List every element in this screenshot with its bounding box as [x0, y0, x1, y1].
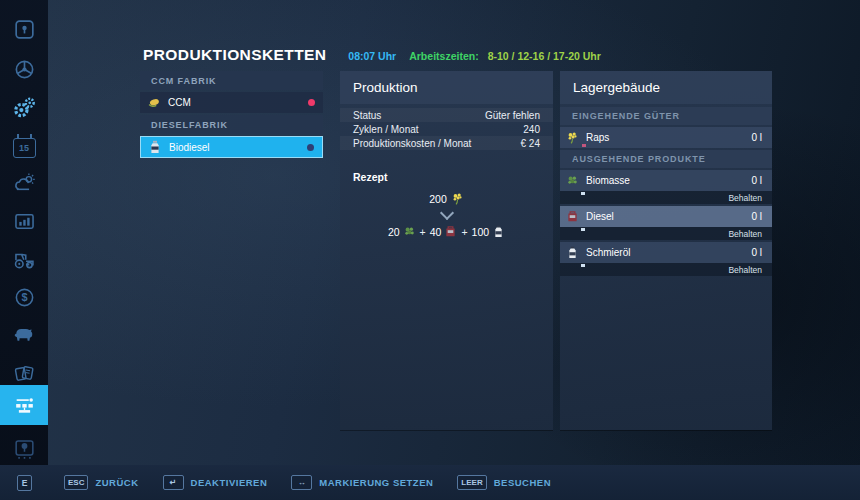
sidebar-item-forestry[interactable]: [0, 430, 48, 468]
recipe-input-amount: 200: [429, 193, 447, 205]
incoming-goods-header: EINGEHENDE GÜTER: [560, 107, 772, 125]
production-row-cycles: Zyklen / Monat 240: [340, 122, 553, 136]
e-key-icon: E: [17, 475, 32, 491]
gears-icon: [12, 95, 37, 120]
space-key-icon: LEER: [457, 475, 486, 490]
page-title: PRODUKTIONSKETTEN: [143, 46, 326, 64]
storage-row-biomasse[interactable]: Biomasse 0 l Behalten: [560, 170, 772, 204]
animals-icon: [12, 323, 37, 348]
storage-row-raps[interactable]: Raps 0 l: [560, 127, 772, 148]
storage-panel: Lagergebäude EINGEHENDE GÜTER Raps 0 l A…: [560, 71, 772, 430]
distribution-mode[interactable]: Behalten: [560, 263, 772, 276]
factory-list: CCM FABRIK CCM DIESELFABRIK Biodiesel: [140, 71, 323, 160]
raps-icon: [566, 131, 579, 144]
sidebar-item-map[interactable]: [0, 10, 48, 48]
forestry-icon: [12, 437, 37, 462]
steering-wheel-icon: [12, 57, 37, 82]
contracts-icon: [12, 361, 37, 386]
tractor-icon: [12, 247, 37, 272]
worktime-value: 8-10 / 12-16 / 17-20 Uhr: [488, 50, 601, 62]
clock-time: 08:07 Uhr: [348, 50, 396, 62]
biomasse-icon: [403, 225, 416, 238]
good-name: Schmieröl: [586, 247, 630, 258]
good-amount: 0 l: [751, 132, 762, 143]
worktime-label: Arbeitszeiten:: [409, 50, 478, 62]
recipe-input: 200: [340, 192, 553, 205]
production-row-costs: Produktionskosten / Monat € 24: [340, 136, 553, 150]
outgoing-products-header: AUSGEHENDE PRODUKTE: [560, 150, 772, 168]
svg-text:$: $: [21, 291, 27, 303]
finances-icon: $: [12, 285, 37, 310]
sidebar-item-vehicles[interactable]: [0, 50, 48, 88]
diesel-icon: [566, 210, 579, 223]
sidebar-item-workshop[interactable]: [0, 88, 48, 126]
set-marker-button[interactable]: ↔ MARKIERUNG SETZEN: [291, 475, 433, 490]
good-amount: 0 l: [751, 211, 762, 222]
statistics-icon: [12, 209, 37, 234]
plus-sign: +: [420, 226, 426, 238]
bottle-icon: [148, 140, 162, 154]
good-amount: 0 l: [751, 247, 762, 258]
arrows-key-icon: ↔: [291, 475, 312, 490]
production-properties: Status Güter fehlen Zyklen / Monat 240 P…: [340, 108, 553, 150]
factory-label: CCM: [168, 97, 191, 108]
deactivate-button[interactable]: ↵ DEAKTIVIEREN: [163, 475, 268, 490]
raps-icon: [451, 192, 464, 205]
back-button[interactable]: ESC ZURÜCK: [64, 475, 139, 490]
distribution-mode[interactable]: Behalten: [560, 191, 772, 204]
sidebar-item-animals[interactable]: [0, 316, 48, 354]
schmieroel-icon: [566, 246, 579, 259]
factory-group-header: DIESELFABRIK: [140, 115, 323, 134]
plus-sign: +: [461, 226, 467, 238]
production-row-status: Status Güter fehlen: [340, 108, 553, 122]
menu-sidebar: 15: [0, 0, 48, 465]
factory-row-biodiesel[interactable]: Biodiesel: [140, 136, 323, 158]
status-dot-idle: [307, 144, 314, 151]
recipe-output-amount: 100: [472, 226, 490, 238]
visit-button[interactable]: LEER BESUCHEN: [457, 475, 551, 490]
recipe-output-amount: 40: [430, 226, 442, 238]
factory-group-header: CCM FABRIK: [140, 71, 323, 90]
map-icon: [12, 17, 37, 42]
storage-title: Lagergebäude: [560, 71, 772, 104]
sidebar-item-production-chains[interactable]: [0, 385, 48, 425]
sidebar-item-calendar[interactable]: 15: [0, 127, 48, 165]
sidebar-item-statistics[interactable]: [0, 202, 48, 240]
title-row: PRODUKTIONSKETTEN 08:07 Uhr Arbeitszeite…: [143, 46, 601, 64]
status-value: Güter fehlen: [485, 110, 540, 121]
good-amount: 0 l: [751, 175, 762, 186]
recipe-label: Rezept: [353, 171, 540, 183]
good-name: Raps: [586, 132, 609, 143]
calendar-day: 15: [19, 143, 29, 153]
schmieroel-icon: [492, 225, 505, 238]
sidebar-item-weather[interactable]: [0, 164, 48, 202]
calendar-icon: 15: [13, 138, 36, 158]
sidebar-item-finances[interactable]: $: [0, 278, 48, 316]
status-dot-alert: [308, 99, 315, 106]
production-chains-icon: [12, 393, 37, 418]
recipe-output-amount: 20: [388, 226, 400, 238]
enter-key-icon: ↵: [163, 475, 184, 490]
weather-icon: [12, 171, 37, 196]
storage-row-diesel[interactable]: Diesel 0 l Behalten: [560, 206, 772, 240]
recipe-outputs: 20 + 40 + 100: [340, 225, 553, 238]
factory-label: Biodiesel: [169, 142, 210, 153]
distribution-mode[interactable]: Behalten: [560, 227, 772, 240]
good-name: Biomasse: [586, 175, 630, 186]
chevron-down-icon: [439, 206, 453, 220]
production-title: Produktion: [340, 71, 553, 104]
bottom-action-bar: E ESC ZURÜCK ↵ DEAKTIVIEREN ↔ MARKIERUNG…: [0, 465, 860, 500]
corn-icon: [147, 96, 161, 110]
diesel-icon: [444, 225, 457, 238]
storage-row-schmieroel[interactable]: Schmieröl 0 l Behalten: [560, 242, 772, 276]
production-panel: Produktion Status Güter fehlen Zyklen / …: [340, 71, 553, 430]
esc-key-icon: ESC: [64, 475, 88, 490]
biomasse-icon: [566, 174, 579, 187]
good-name: Diesel: [586, 211, 614, 222]
factory-row-ccm[interactable]: CCM: [140, 92, 323, 113]
produktionsketten-screen: 15: [0, 0, 860, 500]
sidebar-item-garage[interactable]: [0, 240, 48, 278]
